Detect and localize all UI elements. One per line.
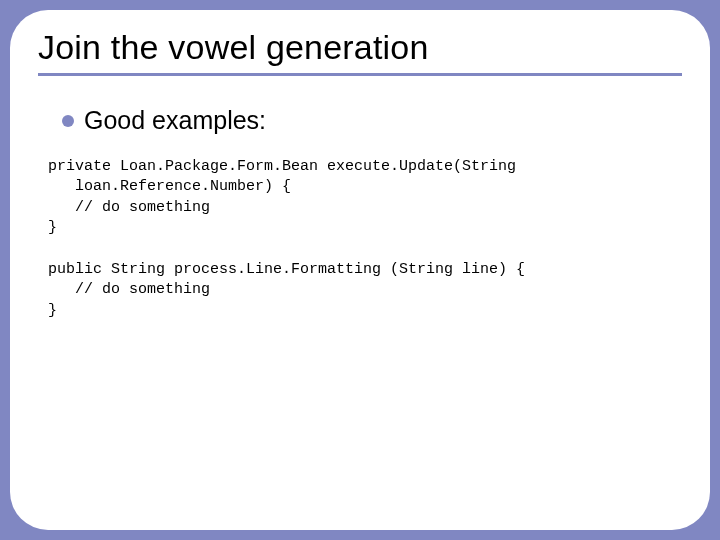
slide-card: Join the vowel generation Good examples:…: [10, 10, 710, 530]
slide-title: Join the vowel generation: [38, 28, 682, 67]
bullet-text: Good examples:: [84, 106, 266, 135]
title-underline: [38, 73, 682, 76]
code-example-2: public String process.Line.Formatting (S…: [48, 260, 682, 321]
bullet-item: Good examples:: [62, 106, 682, 135]
bullet-icon: [62, 115, 74, 127]
code-example-1: private Loan.Package.Form.Bean execute.U…: [48, 157, 682, 238]
